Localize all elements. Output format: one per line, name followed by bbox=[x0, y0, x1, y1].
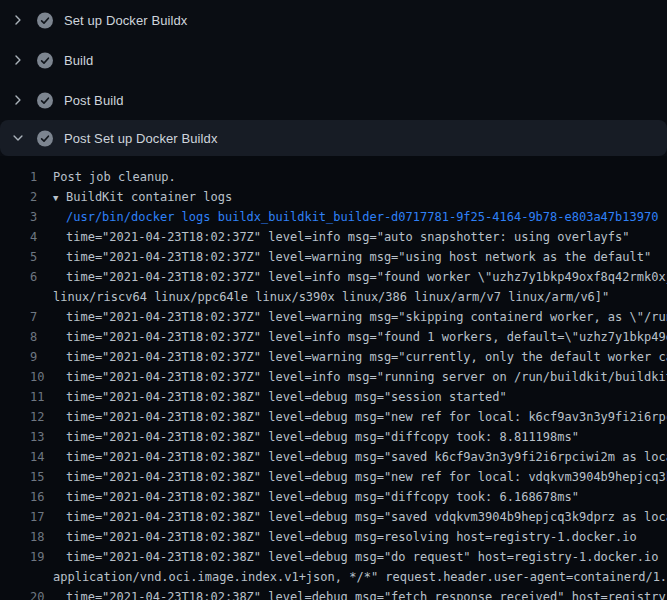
log-text: time="2021-04-23T18:02:37Z" level=info m… bbox=[66, 270, 667, 284]
step-header-post-set-up-docker-buildx[interactable]: Post Set up Docker Buildx bbox=[0, 120, 667, 156]
log-line-5: 5time="2021-04-23T18:02:37Z" level=warni… bbox=[0, 247, 667, 267]
step-header-set-up-docker-buildx[interactable]: Set up Docker Buildx bbox=[0, 0, 667, 40]
log-line-4: 4time="2021-04-23T18:02:37Z" level=info … bbox=[0, 227, 667, 247]
chevron-right-icon bbox=[10, 52, 26, 68]
log-text: time="2021-04-23T18:02:37Z" level=warnin… bbox=[66, 250, 651, 264]
log-viewer: Set up Docker BuildxBuildPost BuildPost … bbox=[0, 0, 667, 600]
steps-list: Set up Docker BuildxBuildPost BuildPost … bbox=[0, 0, 667, 156]
log-line-17: 17time="2021-04-23T18:02:38Z" level=debu… bbox=[0, 507, 667, 527]
log-line-number[interactable]: 1 bbox=[30, 167, 53, 187]
log-line-16: 16time="2021-04-23T18:02:38Z" level=debu… bbox=[0, 487, 667, 507]
check-circle-icon bbox=[37, 12, 53, 28]
chevron-right-icon bbox=[10, 12, 26, 28]
log-text: time="2021-04-23T18:02:37Z" level=info m… bbox=[66, 330, 667, 344]
log-text: time="2021-04-23T18:02:38Z" level=debug … bbox=[66, 590, 667, 600]
log-line-number[interactable]: 14 bbox=[30, 447, 53, 467]
log-text: time="2021-04-23T18:02:38Z" level=debug … bbox=[66, 430, 579, 444]
log-line-7: 7time="2021-04-23T18:02:37Z" level=warni… bbox=[0, 307, 667, 327]
log-text: time="2021-04-23T18:02:38Z" level=debug … bbox=[66, 550, 667, 564]
step-header-build[interactable]: Build bbox=[0, 40, 667, 80]
log-line-number[interactable]: 19 bbox=[30, 547, 53, 567]
chevron-down-icon bbox=[10, 130, 26, 146]
log-pane[interactable]: 1Post job cleanup.2▼BuildKit container l… bbox=[0, 156, 667, 600]
log-text: BuildKit container logs bbox=[66, 190, 232, 204]
log-line-15: 15time="2021-04-23T18:02:38Z" level=debu… bbox=[0, 467, 667, 487]
log-line-number[interactable]: 2 bbox=[30, 187, 53, 207]
log-line-8: 8time="2021-04-23T18:02:37Z" level=info … bbox=[0, 327, 667, 347]
log-text: time="2021-04-23T18:02:37Z" level=info m… bbox=[66, 370, 667, 384]
log-text: time="2021-04-23T18:02:38Z" level=debug … bbox=[66, 410, 667, 424]
log-line-11: 11time="2021-04-23T18:02:38Z" level=debu… bbox=[0, 387, 667, 407]
log-text: time="2021-04-23T18:02:38Z" level=debug … bbox=[66, 530, 637, 544]
log-line-number[interactable]: 3 bbox=[30, 207, 53, 227]
step-label: Post Build bbox=[64, 93, 124, 108]
log-line-3: 3/usr/bin/docker logs buildx_buildkit_bu… bbox=[0, 207, 667, 227]
log-line-wrap: linux/riscv64 linux/ppc64le linux/s390x … bbox=[0, 287, 667, 307]
log-line-number[interactable]: 20 bbox=[30, 587, 53, 600]
log-command-text: /usr/bin/docker logs buildx_buildkit_bui… bbox=[66, 210, 658, 224]
log-line-12: 12time="2021-04-23T18:02:38Z" level=debu… bbox=[0, 407, 667, 427]
log-line-18: 18time="2021-04-23T18:02:38Z" level=debu… bbox=[0, 527, 667, 547]
log-line-number[interactable]: 7 bbox=[30, 307, 53, 327]
log-line-number[interactable]: 6 bbox=[30, 267, 53, 287]
log-line-number[interactable]: 16 bbox=[30, 487, 53, 507]
log-line-wrap: application/vnd.oci.image.index.v1+json,… bbox=[0, 567, 667, 587]
check-circle-icon bbox=[37, 52, 53, 68]
log-text: linux/riscv64 linux/ppc64le linux/s390x … bbox=[53, 290, 609, 304]
log-text: time="2021-04-23T18:02:38Z" level=debug … bbox=[66, 390, 507, 404]
log-line-20: 20time="2021-04-23T18:02:38Z" level=debu… bbox=[0, 587, 667, 600]
log-line-14: 14time="2021-04-23T18:02:38Z" level=debu… bbox=[0, 447, 667, 467]
log-text: time="2021-04-23T18:02:37Z" level=warnin… bbox=[66, 350, 667, 364]
log-line-13: 13time="2021-04-23T18:02:38Z" level=debu… bbox=[0, 427, 667, 447]
log-line-number[interactable]: 17 bbox=[30, 507, 53, 527]
log-line-number[interactable]: 5 bbox=[30, 247, 53, 267]
log-text: Post job cleanup. bbox=[53, 170, 176, 184]
log-line-number[interactable]: 10 bbox=[30, 367, 53, 387]
log-line-1: 1Post job cleanup. bbox=[0, 167, 667, 187]
log-line-number[interactable]: 4 bbox=[30, 227, 53, 247]
log-text: application/vnd.oci.image.index.v1+json,… bbox=[53, 570, 667, 584]
check-circle-icon bbox=[37, 92, 53, 108]
step-label: Set up Docker Buildx bbox=[64, 13, 187, 28]
log-line-number[interactable]: 12 bbox=[30, 407, 53, 427]
log-text: time="2021-04-23T18:02:38Z" level=debug … bbox=[66, 490, 579, 504]
log-line-6: 6time="2021-04-23T18:02:37Z" level=info … bbox=[0, 267, 667, 287]
step-header-post-build[interactable]: Post Build bbox=[0, 80, 667, 120]
log-text: time="2021-04-23T18:02:38Z" level=debug … bbox=[66, 470, 667, 484]
log-line-number[interactable]: 11 bbox=[30, 387, 53, 407]
log-line-number[interactable]: 13 bbox=[30, 427, 53, 447]
log-line-10: 10time="2021-04-23T18:02:37Z" level=info… bbox=[0, 367, 667, 387]
log-text: time="2021-04-23T18:02:37Z" level=warnin… bbox=[66, 310, 667, 324]
log-line-number[interactable]: 8 bbox=[30, 327, 53, 347]
log-line-9: 9time="2021-04-23T18:02:37Z" level=warni… bbox=[0, 347, 667, 367]
log-text: time="2021-04-23T18:02:38Z" level=debug … bbox=[66, 510, 667, 524]
log-line-19: 19time="2021-04-23T18:02:38Z" level=debu… bbox=[0, 547, 667, 567]
log-line-number[interactable]: 18 bbox=[30, 527, 53, 547]
log-line-number[interactable]: 9 bbox=[30, 347, 53, 367]
log-text: time="2021-04-23T18:02:37Z" level=info m… bbox=[66, 230, 630, 244]
log-line-2: 2▼BuildKit container logs bbox=[0, 187, 667, 207]
collapse-group-triangle-icon[interactable]: ▼ bbox=[53, 188, 66, 207]
log-line-number[interactable]: 15 bbox=[30, 467, 53, 487]
chevron-right-icon bbox=[10, 92, 26, 108]
step-label: Build bbox=[64, 53, 93, 68]
check-circle-icon bbox=[37, 130, 53, 146]
step-label: Post Set up Docker Buildx bbox=[64, 131, 218, 146]
log-text: time="2021-04-23T18:02:38Z" level=debug … bbox=[66, 450, 667, 464]
